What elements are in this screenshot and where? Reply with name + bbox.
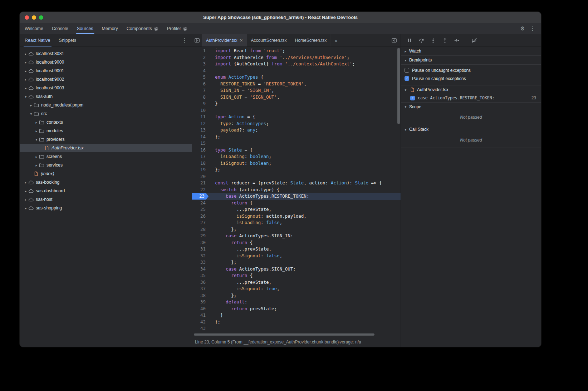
code-line[interactable]: 28 }; — [192, 226, 401, 233]
code-line[interactable]: 20 — [192, 173, 401, 180]
code-line[interactable]: 33 }; — [192, 259, 401, 266]
expand-arrow-icon[interactable]: ▸ — [34, 163, 39, 167]
toggle-debugger-panel-icon[interactable] — [389, 36, 399, 45]
line-number[interactable]: 25 — [192, 206, 209, 213]
code-line[interactable]: 21const reducer = (prevState: State, act… — [192, 180, 401, 187]
collapse-arrow-icon[interactable]: ▾ — [34, 138, 39, 142]
breakpoint-marker[interactable]: 23 — [192, 193, 209, 200]
tree-item-sas-host[interactable]: ▸sas-host — [20, 195, 192, 204]
settings-gear-icon[interactable]: ⚙ — [518, 24, 528, 33]
line-number[interactable]: 19 — [192, 167, 209, 173]
code-line[interactable]: 26 isSignout: action.payload, — [192, 213, 401, 220]
breakpoint-entry[interactable]: ✓case ActionTypes.RESTORE_TOKEN:23 — [401, 94, 541, 103]
expand-arrow-icon[interactable]: ▸ — [23, 180, 28, 184]
line-number[interactable]: 40 — [192, 306, 209, 312]
tab-welcome[interactable]: Welcome — [20, 23, 48, 34]
tree-item-screens[interactable]: ▸screens — [20, 152, 192, 161]
expand-arrow-icon[interactable]: ▸ — [23, 60, 28, 64]
line-number[interactable]: 35 — [192, 272, 209, 279]
tree-item-localhost-9000[interactable]: ▸localhost:9000 — [20, 58, 192, 66]
line-number[interactable]: 33 — [192, 259, 209, 266]
line-number[interactable]: 42 — [192, 319, 209, 326]
close-tab-icon[interactable]: × — [240, 38, 242, 43]
code-line[interactable]: 34 case ActionTypes.SIGN_OUT: — [192, 266, 401, 273]
callstack-section-header[interactable]: ▾ Call Stack — [401, 125, 541, 134]
code-line[interactable]: 2import AuthService from '../services/Au… — [192, 54, 401, 61]
tree-item-modules[interactable]: ▸modules — [20, 127, 192, 135]
scope-section-header[interactable]: ▾ Scope — [401, 102, 541, 111]
checked-checkbox[interactable]: ✓ — [405, 76, 409, 81]
code-line[interactable]: 10 — [192, 107, 401, 114]
minimize-button[interactable] — [32, 15, 36, 20]
code-line[interactable]: 19}; — [192, 167, 401, 173]
line-number[interactable]: 17 — [192, 153, 209, 160]
code-line[interactable]: 8 SIGN_OUT = 'SIGN_OUT', — [192, 94, 401, 101]
line-number[interactable]: 43 — [192, 325, 209, 332]
line-number[interactable]: 39 — [192, 299, 209, 306]
vertical-scrollbar[interactable] — [397, 48, 400, 124]
expand-arrow-icon[interactable]: ▸ — [23, 78, 28, 81]
code-line[interactable]: 25 ...prevState, — [192, 206, 401, 213]
line-number[interactable]: 4 — [192, 68, 209, 74]
line-number[interactable]: 1 — [192, 48, 209, 54]
code-line[interactable]: 4 — [192, 68, 401, 74]
expand-arrow-icon[interactable]: ▸ — [34, 155, 39, 159]
line-number[interactable]: 5 — [192, 74, 209, 81]
code-line[interactable]: 24 return { — [192, 200, 401, 207]
expand-arrow-icon[interactable]: ▸ — [34, 120, 39, 124]
expand-arrow-icon[interactable]: ▸ — [23, 189, 28, 193]
line-number[interactable]: 32 — [192, 253, 209, 259]
more-tabs-icon[interactable]: » — [331, 36, 341, 45]
line-number[interactable]: 36 — [192, 279, 209, 286]
code-line[interactable]: 27 isLoading: false, — [192, 219, 401, 226]
line-number[interactable]: 8 — [192, 94, 209, 101]
expand-arrow-icon[interactable]: ▸ — [23, 198, 28, 202]
horizontal-scrollbar-thumb[interactable] — [194, 333, 374, 336]
collapse-arrow-icon[interactable]: ▾ — [29, 112, 34, 116]
line-number[interactable]: 7 — [192, 87, 209, 94]
watch-section-header[interactable]: ▸ Watch — [401, 47, 541, 56]
tree-item-localhost-8081[interactable]: ▸localhost:8081 — [20, 49, 192, 58]
line-number[interactable]: 34 — [192, 266, 209, 273]
line-number[interactable]: 21 — [192, 180, 209, 187]
code-line[interactable]: 42}; — [192, 319, 401, 326]
line-number[interactable]: 31 — [192, 246, 209, 253]
line-number[interactable]: 27 — [192, 219, 209, 226]
code-line[interactable]: 16type State = { — [192, 147, 401, 154]
code-line[interactable]: 12 type: ActionTypes; — [192, 120, 401, 127]
code-line[interactable]: 14}; — [192, 134, 401, 140]
tree-item-sas-booking[interactable]: ▸sas-booking — [20, 178, 192, 187]
tree-item-localhost-9003[interactable]: ▸localhost:9003 — [20, 84, 192, 92]
code-line[interactable]: 29 case ActionTypes.SIGN_IN: — [192, 233, 401, 239]
navigator-tab-snippets[interactable]: Snippets — [55, 34, 81, 46]
breakpoint-file-group[interactable]: ▾ AuthProvider.tsx — [401, 85, 541, 94]
zoom-button[interactable] — [39, 15, 43, 20]
step-out-icon[interactable] — [440, 36, 450, 45]
code-line[interactable]: 32 isSignout: false, — [192, 253, 401, 259]
code-line[interactable]: 31 ...prevState, — [192, 246, 401, 253]
tree-item--index-[interactable]: (index) — [20, 169, 192, 178]
tree-item-sas-auth[interactable]: ▾sas-auth — [20, 92, 192, 101]
code-line[interactable]: 43 — [192, 325, 401, 332]
tab-memory[interactable]: Memory — [98, 23, 122, 34]
line-number[interactable]: 6 — [192, 81, 209, 88]
breakpoint-checkbox[interactable]: ✓ — [410, 96, 415, 100]
line-number[interactable]: 30 — [192, 239, 209, 246]
tree-item-localhost-9001[interactable]: ▸localhost:9001 — [20, 66, 192, 75]
editor-tab-accountscreen-tsx[interactable]: AccountScreen.tsx — [247, 34, 291, 46]
expand-arrow-icon[interactable]: ▸ — [23, 86, 28, 90]
navigator-tab-react-native[interactable]: React Native — [20, 34, 55, 46]
line-number[interactable]: 24 — [192, 200, 209, 207]
code-line[interactable]: 13 payload?: any; — [192, 127, 401, 134]
code-line[interactable]: 35 return { — [192, 272, 401, 279]
code-line[interactable]: 22 switch (action.type) { — [192, 187, 401, 193]
code-line[interactable]: 7 SIGN_IN = 'SIGN_IN', — [192, 87, 401, 94]
close-button[interactable] — [25, 15, 29, 20]
code-editor[interactable]: 1import React from 'react';2import AuthS… — [192, 47, 401, 332]
tab-profiler[interactable]: Profiler — [163, 23, 192, 34]
line-number[interactable]: 38 — [192, 292, 209, 299]
line-number[interactable]: 20 — [192, 173, 209, 180]
editor-tab-authprovider-tsx[interactable]: AuthProvider.tsx× — [202, 34, 247, 46]
line-number[interactable]: 26 — [192, 213, 209, 220]
breakpoints-section-header[interactable]: ▾ Breakpoints — [401, 56, 541, 65]
